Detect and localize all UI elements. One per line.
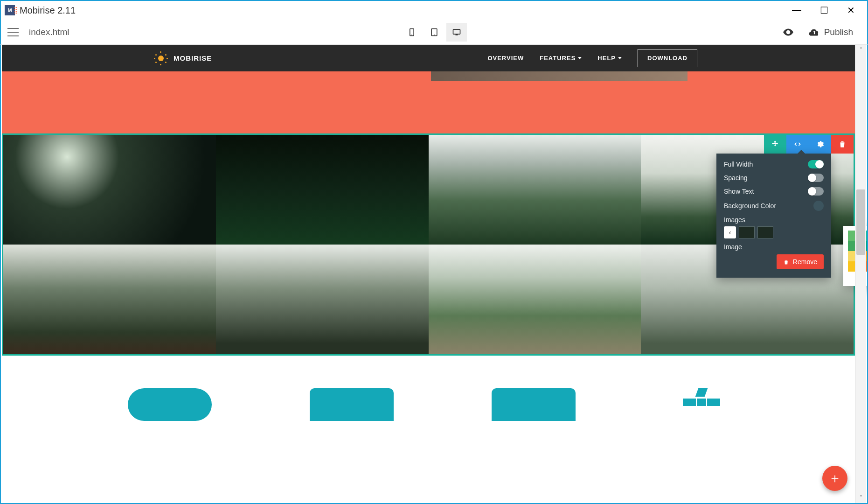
close-button[interactable]: ✕	[847, 5, 855, 16]
device-tablet-button[interactable]	[424, 23, 444, 42]
app-icon: M	[5, 5, 15, 15]
gallery-image[interactable]	[216, 135, 429, 245]
minimize-button[interactable]: —	[792, 5, 801, 16]
gallery-block[interactable]: Full Width Spacing Show Text Background …	[2, 133, 855, 356]
site-header-block[interactable]: MOBIRISE OVERVIEW FEATURES HELP DOWNLOAD	[2, 45, 855, 71]
setting-spacing-label: Spacing	[724, 174, 748, 182]
hero-image-strip	[431, 71, 687, 81]
images-thumb-row: ‹	[724, 226, 824, 238]
chevron-down-icon	[578, 57, 582, 59]
chevron-down-icon	[618, 57, 622, 59]
features-block[interactable]	[2, 356, 855, 407]
nav-download-button[interactable]: DOWNLOAD	[638, 49, 697, 67]
image-thumb[interactable]	[757, 226, 773, 238]
svg-rect-4	[453, 29, 460, 34]
app-window: M Mobirise 2.11 — ☐ ✕ index.html	[0, 0, 868, 504]
editor-canvas: MOBIRISE OVERVIEW FEATURES HELP DOWNLOAD	[0, 45, 868, 504]
brand-text: MOBIRISE	[174, 54, 212, 62]
nav-overview[interactable]: OVERVIEW	[487, 55, 524, 62]
scroll-down-button[interactable]: ˅	[855, 493, 866, 503]
setting-fullwidth-toggle[interactable]	[808, 160, 824, 168]
gallery-image[interactable]	[429, 245, 641, 354]
feature-icon	[492, 388, 576, 421]
menu-button[interactable]	[7, 28, 19, 36]
images-prev-button[interactable]: ‹	[724, 226, 736, 238]
site-brand[interactable]: MOBIRISE	[155, 52, 212, 64]
scrollbar-thumb[interactable]	[856, 189, 865, 255]
setting-bgcolor-label: Background Color	[724, 202, 776, 210]
image-remove-button[interactable]: Remove	[777, 254, 824, 269]
block-move-button[interactable]	[764, 135, 786, 154]
publish-label: Publish	[824, 27, 853, 37]
setting-fullwidth-label: Full Width	[724, 161, 753, 168]
add-block-fab[interactable]: ＋	[822, 466, 847, 491]
sun-icon	[155, 52, 167, 64]
gallery-image[interactable]	[429, 135, 641, 245]
svg-point-3	[434, 35, 435, 35]
svg-rect-5	[455, 35, 458, 35]
setting-bgcolor-swatch[interactable]	[813, 201, 824, 211]
setting-images-label: Images	[724, 216, 824, 224]
svg-point-6	[787, 31, 789, 33]
feature-icon	[128, 388, 212, 421]
setting-showtext-label: Show Text	[724, 188, 754, 195]
current-file[interactable]: index.html	[29, 27, 69, 37]
block-delete-button[interactable]	[831, 135, 854, 154]
feature-icon	[310, 388, 394, 421]
block-settings-popover: Full Width Spacing Show Text Background …	[716, 154, 831, 278]
window-controls: — ☐ ✕	[792, 5, 863, 16]
device-mobile-button[interactable]	[402, 23, 422, 42]
setting-image-label: Image	[724, 243, 824, 251]
svg-point-1	[411, 35, 412, 35]
device-desktop-button[interactable]	[446, 23, 467, 42]
cloud-upload-icon	[808, 26, 820, 38]
device-preview-group	[402, 23, 467, 42]
scroll-up-button[interactable]: ˄	[855, 45, 866, 55]
setting-spacing-toggle[interactable]	[808, 174, 824, 182]
nav-features[interactable]: FEATURES	[540, 55, 582, 62]
nav-help[interactable]: HELP	[597, 55, 622, 62]
block-toolbar	[764, 135, 854, 154]
image-thumb[interactable]	[739, 226, 755, 238]
preview-icon[interactable]	[782, 26, 794, 38]
window-titlebar: M Mobirise 2.11 — ☐ ✕	[0, 0, 868, 20]
block-settings-button[interactable]	[809, 135, 831, 154]
page-content: MOBIRISE OVERVIEW FEATURES HELP DOWNLOAD	[2, 45, 855, 407]
app-title: Mobirise 2.11	[20, 5, 76, 16]
publish-button[interactable]: Publish	[808, 26, 853, 38]
app-toolbar: index.html Publish	[0, 20, 868, 45]
setting-showtext-toggle[interactable]	[808, 187, 824, 196]
feature-globe-icon	[674, 388, 729, 416]
site-nav: OVERVIEW FEATURES HELP DOWNLOAD	[487, 49, 697, 67]
gallery-image[interactable]	[3, 245, 216, 354]
maximize-button[interactable]: ☐	[820, 5, 828, 16]
hero-block[interactable]	[2, 71, 855, 133]
toolbar-right: Publish	[782, 26, 861, 38]
vertical-scrollbar[interactable]: ˄ ˅	[855, 45, 866, 503]
trash-icon	[783, 259, 789, 265]
gallery-image[interactable]	[3, 135, 216, 245]
gallery-image[interactable]	[216, 245, 429, 354]
